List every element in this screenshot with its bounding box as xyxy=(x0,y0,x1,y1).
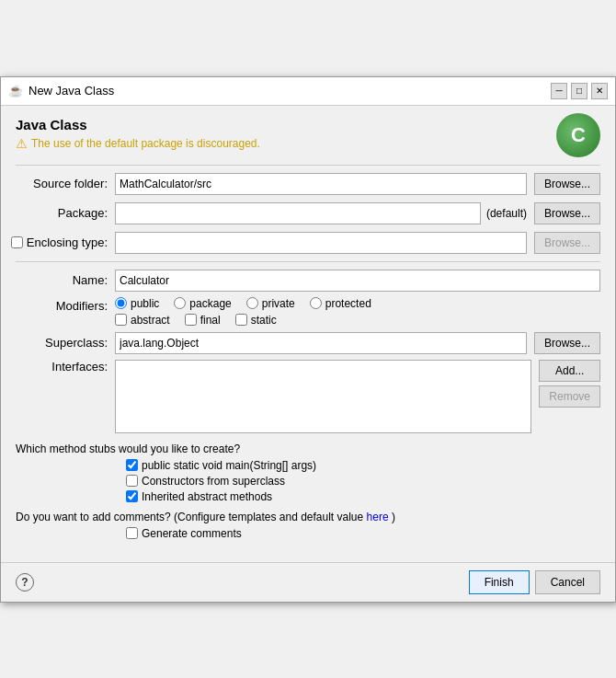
dialog-content: Java Class ⚠ The use of the default pack… xyxy=(1,106,615,562)
close-button[interactable]: ✕ xyxy=(591,83,608,99)
modifier-abstract-label: abstract xyxy=(115,314,170,327)
stubs-items: public static void main(String[] args) C… xyxy=(126,459,600,503)
interfaces-add-button[interactable]: Add... xyxy=(539,360,600,382)
source-folder-label: Source folder: xyxy=(16,177,108,190)
new-java-class-dialog: ☕ New Java Class ─ □ ✕ Java Class ⚠ The … xyxy=(0,76,616,603)
modifier-final-label: final xyxy=(185,314,221,327)
superclass-label: Superclass: xyxy=(16,336,108,350)
enclosing-type-label: Enclosing type: xyxy=(27,236,108,249)
modifier-static-label: static xyxy=(235,314,277,327)
superclass-section: Superclass: Browse... xyxy=(16,332,600,354)
stub-inherited-text: Inherited abstract methods xyxy=(142,490,272,503)
stub-inherited-checkbox[interactable] xyxy=(126,490,138,502)
generate-comments-checkbox[interactable] xyxy=(126,527,138,539)
modifier-public-radio[interactable] xyxy=(115,297,127,309)
modifier-static-checkbox[interactable] xyxy=(235,314,247,326)
modifier-protected-radio[interactable] xyxy=(310,297,322,309)
package-label: Package: xyxy=(16,206,108,220)
comments-link[interactable]: here xyxy=(367,511,389,523)
stubs-title: Which method stubs would you like to cre… xyxy=(16,442,600,455)
comments-suffix: ) xyxy=(392,511,395,523)
modifier-protected-label: protected xyxy=(310,297,371,310)
divider-1 xyxy=(16,165,600,166)
modifiers-section: Modifiers: public package private xyxy=(16,297,600,327)
eclipse-logo: C xyxy=(556,113,600,157)
header-section: Java Class ⚠ The use of the default pack… xyxy=(16,117,600,157)
warning-message: ⚠ The use of the default package is disc… xyxy=(16,136,260,151)
maximize-button[interactable]: □ xyxy=(571,83,587,99)
modifier-protected-text: protected xyxy=(325,297,371,310)
modifier-private-label: private xyxy=(246,297,295,310)
generate-comments-label: Generate comments xyxy=(126,527,600,540)
modifiers-options: public package private protected xyxy=(115,297,600,327)
stub-constructors-text: Constructors from superclass xyxy=(142,475,285,488)
divider-2 xyxy=(16,261,600,262)
stub-main-text: public static void main(String[] args) xyxy=(142,459,316,472)
dialog-icon: ☕ xyxy=(8,84,23,98)
title-bar: ☕ New Java Class ─ □ ✕ xyxy=(1,77,615,106)
comments-title: Do you want to add comments? (Configure … xyxy=(16,511,600,523)
minimize-button[interactable]: ─ xyxy=(551,83,567,99)
superclass-input[interactable] xyxy=(115,332,527,354)
header-left: Java Class ⚠ The use of the default pack… xyxy=(16,117,260,151)
interfaces-section: Interfaces: Add... Remove xyxy=(16,360,600,433)
modifier-package-radio[interactable] xyxy=(174,297,186,309)
source-folder-browse-button[interactable]: Browse... xyxy=(534,173,600,195)
package-section: Package: (default) Browse... xyxy=(16,202,600,224)
warning-icon: ⚠ xyxy=(16,136,28,151)
interfaces-textarea[interactable] xyxy=(115,360,531,433)
package-browse-button[interactable]: Browse... xyxy=(534,202,600,224)
modifier-package-label: package xyxy=(174,297,231,310)
warning-text: The use of the default package is discou… xyxy=(31,137,260,150)
title-bar-text: New Java Class xyxy=(29,84,545,98)
dialog-title: Java Class xyxy=(16,117,260,132)
access-modifiers-row: public package private protected xyxy=(115,297,600,310)
modifier-private-radio[interactable] xyxy=(246,297,258,309)
stub-constructors-label: Constructors from superclass xyxy=(126,475,600,488)
stub-inherited-label: Inherited abstract methods xyxy=(126,490,600,503)
modifier-public-text: public xyxy=(131,297,159,310)
stub-main-label: public static void main(String[] args) xyxy=(126,459,600,472)
package-default-label: (default) xyxy=(486,207,527,220)
enclosing-type-area: Enclosing type: xyxy=(16,236,108,249)
interfaces-buttons: Add... Remove xyxy=(539,360,600,408)
comments-prefix: Do you want to add comments? (Configure … xyxy=(16,511,363,523)
modifier-static-text: static xyxy=(251,314,277,327)
modifier-public-label: public xyxy=(115,297,159,310)
enclosing-type-input[interactable] xyxy=(115,232,527,254)
source-folder-input[interactable] xyxy=(115,173,527,195)
modifier-abstract-text: abstract xyxy=(131,314,170,327)
interfaces-label: Interfaces: xyxy=(16,360,108,373)
modifier-abstract-checkbox[interactable] xyxy=(115,314,127,326)
enclosing-type-browse-button[interactable]: Browse... xyxy=(534,232,600,254)
finish-button[interactable]: Finish xyxy=(469,570,530,594)
stub-constructors-checkbox[interactable] xyxy=(126,475,138,487)
package-input[interactable] xyxy=(115,202,481,224)
enclosing-type-checkbox[interactable] xyxy=(11,236,23,248)
package-input-group: (default) xyxy=(115,202,527,224)
generate-comments-text: Generate comments xyxy=(142,527,242,540)
modifier-private-text: private xyxy=(262,297,295,310)
stubs-section: Which method stubs would you like to cre… xyxy=(16,442,600,503)
interfaces-remove-button[interactable]: Remove xyxy=(539,385,600,408)
source-folder-section: Source folder: Browse... xyxy=(16,173,600,195)
name-label: Name: xyxy=(16,273,108,287)
modifiers-label: Modifiers: xyxy=(16,297,108,313)
stub-main-checkbox[interactable] xyxy=(126,459,138,471)
cancel-button[interactable]: Cancel xyxy=(535,570,600,594)
title-bar-controls: ─ □ ✕ xyxy=(551,83,608,99)
comments-section: Do you want to add comments? (Configure … xyxy=(16,511,600,540)
comments-items: Generate comments xyxy=(126,527,600,540)
superclass-browse-button[interactable]: Browse... xyxy=(534,332,600,354)
modifier-package-text: package xyxy=(189,297,231,310)
other-modifiers-row: abstract final static xyxy=(115,314,600,327)
bottom-bar: ? Finish Cancel xyxy=(1,562,615,602)
bottom-right-buttons: Finish Cancel xyxy=(469,570,600,594)
name-section: Name: xyxy=(16,270,600,292)
modifier-final-text: final xyxy=(200,314,221,327)
name-input[interactable] xyxy=(115,270,600,292)
modifier-final-checkbox[interactable] xyxy=(185,314,197,326)
help-button[interactable]: ? xyxy=(16,573,34,592)
